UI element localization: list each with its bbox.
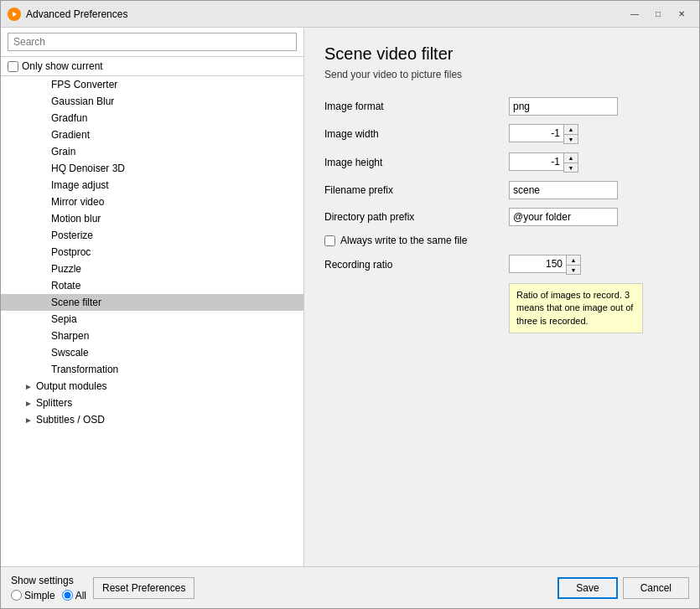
image-height-label: Image height <box>324 157 509 168</box>
only-show-current-label: Only show current <box>22 60 103 72</box>
image-height-value: ▲ ▼ <box>509 152 679 173</box>
image-width-spinner-buttons: ▲ ▼ <box>563 124 578 144</box>
radio-group: Simple All <box>11 590 86 601</box>
panel-title: Scene video filter <box>324 44 679 64</box>
directory-path-input[interactable] <box>509 208 618 226</box>
chevron-right-icon: ► <box>24 382 33 391</box>
close-button[interactable]: ✕ <box>671 6 692 23</box>
show-settings-section: Show settings Simple All <box>11 575 86 601</box>
tree-item-transformation[interactable]: Transformation <box>1 361 303 378</box>
chevron-right-icon: ► <box>24 415 33 425</box>
filename-prefix-value <box>509 181 679 199</box>
tree-item-mirror-video[interactable]: Mirror video <box>1 194 303 210</box>
main-panel: Scene video filter Send your video to pi… <box>304 28 699 566</box>
directory-path-label: Directory path prefix <box>324 211 509 223</box>
directory-path-row: Directory path prefix <box>324 208 679 226</box>
always-write-row: Always write to the same file <box>324 235 679 246</box>
search-box <box>1 28 303 57</box>
filename-prefix-row: Filename prefix <box>324 181 679 199</box>
recording-ratio-row: Recording ratio ▲ ▼ <box>324 255 679 275</box>
tree-container[interactable]: FPS Converter Gaussian Blur Gradfun Grad… <box>1 76 303 566</box>
image-height-down-button[interactable]: ▼ <box>564 163 578 172</box>
tooltip-text: Ratio of images to record. 3 means that … <box>516 290 633 326</box>
tree-group-splitters[interactable]: ► Splitters <box>1 395 303 411</box>
panel-subtitle: Send your video to picture files <box>324 69 679 80</box>
all-label: All <box>75 590 86 601</box>
always-write-label: Always write to the same file <box>340 235 467 246</box>
image-width-row: Image width ▲ ▼ <box>324 124 679 144</box>
tree-item-fps-converter[interactable]: FPS Converter <box>1 76 303 93</box>
image-format-value <box>509 97 679 116</box>
titlebar: Advanced Preferences — □ ✕ <box>1 1 699 28</box>
window: Advanced Preferences — □ ✕ Only show cur… <box>0 0 700 609</box>
image-width-down-button[interactable]: ▼ <box>564 134 578 143</box>
tree-group-output-modules[interactable]: ► Output modules <box>1 378 303 395</box>
image-width-value: ▲ ▼ <box>509 124 679 144</box>
filename-prefix-label: Filename prefix <box>324 184 509 196</box>
bottom-bar: Show settings Simple All Reset Preferenc… <box>1 566 699 608</box>
image-height-spinner: ▲ ▼ <box>509 152 580 173</box>
chevron-right-icon: ► <box>24 399 33 408</box>
minimize-button[interactable]: — <box>624 6 646 23</box>
image-format-label: Image format <box>324 101 509 112</box>
tree-group-subtitles-osd[interactable]: ► Subtitles / OSD <box>1 411 303 428</box>
always-write-checkbox[interactable] <box>324 235 335 246</box>
tree-item-puzzle[interactable]: Puzzle <box>1 261 303 277</box>
tree-group-splitters-label: Splitters <box>36 397 72 409</box>
tree-item-gradfun[interactable]: Gradfun <box>1 110 303 126</box>
all-option: All <box>62 590 86 601</box>
tree-item-scene-filter[interactable]: Scene filter <box>1 294 303 311</box>
image-height-up-button[interactable]: ▲ <box>564 153 578 163</box>
tree-item-sepia[interactable]: Sepia <box>1 311 303 328</box>
show-settings-label: Show settings <box>11 575 86 586</box>
reset-preferences-button[interactable]: Reset Preferences <box>93 577 194 599</box>
simple-radio[interactable] <box>11 590 22 601</box>
image-height-spinner-buttons: ▲ ▼ <box>563 152 578 173</box>
maximize-button[interactable]: □ <box>647 6 669 23</box>
only-show-current-row: Only show current <box>1 57 303 76</box>
tree-item-posterize[interactable]: Posterize <box>1 227 303 244</box>
image-height-input[interactable] <box>509 152 563 171</box>
image-format-row: Image format <box>324 97 679 116</box>
tree-item-rotate[interactable]: Rotate <box>1 277 303 294</box>
save-button[interactable]: Save <box>557 577 617 599</box>
titlebar-buttons: — □ ✕ <box>624 6 692 23</box>
tree-item-image-adjust[interactable]: Image adjust <box>1 177 303 194</box>
simple-option: Simple <box>11 590 55 601</box>
simple-label: Simple <box>24 590 55 601</box>
app-icon <box>8 8 21 21</box>
search-input[interactable] <box>8 33 297 51</box>
directory-path-value <box>509 208 679 226</box>
recording-ratio-spinner: ▲ ▼ <box>509 255 580 275</box>
tree-item-gaussian-blur[interactable]: Gaussian Blur <box>1 93 303 110</box>
image-width-spinner: ▲ ▼ <box>509 124 580 144</box>
tree-item-postproc[interactable]: Postproc <box>1 244 303 261</box>
recording-ratio-label: Recording ratio <box>324 259 509 271</box>
only-show-current-checkbox[interactable] <box>8 61 18 72</box>
sidebar: Only show current FPS Converter Gaussian… <box>1 28 304 566</box>
filename-prefix-input[interactable] <box>509 181 618 199</box>
tree-item-sharpen[interactable]: Sharpen <box>1 328 303 344</box>
tree-group-subtitles-label: Subtitles / OSD <box>36 414 105 426</box>
image-width-label: Image width <box>324 128 509 140</box>
recording-ratio-input[interactable] <box>509 255 566 273</box>
content: Only show current FPS Converter Gaussian… <box>1 28 699 566</box>
image-width-input[interactable] <box>509 124 563 142</box>
tree-item-swscale[interactable]: Swscale <box>1 344 303 361</box>
image-width-up-button[interactable]: ▲ <box>564 125 578 134</box>
cancel-button[interactable]: Cancel <box>623 577 689 599</box>
recording-ratio-spinner-buttons: ▲ ▼ <box>566 255 581 275</box>
recording-ratio-value: ▲ ▼ <box>509 255 679 275</box>
image-format-input[interactable] <box>509 97 618 116</box>
tree-item-motion-blur[interactable]: Motion blur <box>1 210 303 227</box>
recording-ratio-tooltip: Ratio of images to record. 3 means that … <box>509 283 643 333</box>
tree-item-hq-denoiser[interactable]: HQ Denoiser 3D <box>1 160 303 177</box>
tree-group-output-label: Output modules <box>36 380 107 392</box>
recording-ratio-up-button[interactable]: ▲ <box>567 255 580 265</box>
window-title: Advanced Preferences <box>26 8 624 20</box>
tree-item-grain[interactable]: Grain <box>1 143 303 160</box>
all-radio[interactable] <box>62 590 73 601</box>
tree-item-gradient[interactable]: Gradient <box>1 126 303 143</box>
image-height-row: Image height ▲ ▼ <box>324 152 679 173</box>
recording-ratio-down-button[interactable]: ▼ <box>567 265 580 274</box>
